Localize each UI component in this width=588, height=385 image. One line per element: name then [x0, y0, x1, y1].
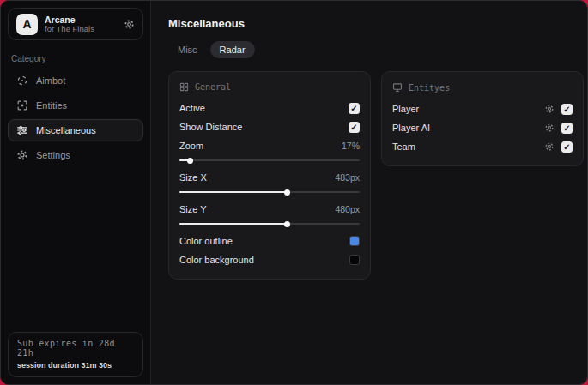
setting-row-show-distance: Show Distance ✓ [179, 117, 360, 136]
setting-row-zoom: Zoom 17% [179, 136, 360, 155]
tab-misc[interactable]: Misc [168, 41, 207, 58]
setting-row-active: Active ✓ [179, 99, 360, 117]
page-title: Miscellaneous [168, 17, 584, 30]
player-ai-checkbox[interactable]: ✓ [561, 123, 573, 134]
size-x-slider-thumb[interactable] [179, 191, 288, 193]
panels: General Active ✓ Show Distance ✓ Zoom 17… [168, 71, 584, 280]
brand-subtitle: for The Finals [45, 25, 94, 34]
zoom-slider[interactable] [179, 157, 360, 164]
gear-icon[interactable] [544, 141, 555, 152]
size-y-slider[interactable] [179, 220, 360, 227]
subscription-card: Sub expires in 28d 21h session duration … [8, 332, 143, 377]
app-window: A Arcane for The Finals Category Aimbot [0, 0, 588, 385]
crosshair-icon [16, 75, 28, 87]
size-x-slider[interactable] [179, 189, 360, 196]
entities-icon [16, 99, 28, 111]
gear-icon[interactable] [544, 123, 555, 133]
general-panel: General Active ✓ Show Distance ✓ Zoom 17… [168, 71, 371, 280]
brand-title: Arcane [45, 15, 94, 25]
sidebar-nav: Aimbot Entities Miscellaneous Settings [8, 69, 143, 166]
entity-row-player: Player ✓ [392, 99, 573, 118]
size-y-slider-thumb[interactable] [179, 223, 288, 225]
monitor-icon [392, 82, 403, 93]
setting-row-color-background: Color background [179, 250, 360, 269]
sidebar-item-label: Aimbot [36, 75, 65, 86]
category-label: Category [11, 54, 140, 63]
sidebar-item-entities[interactable]: Entities [8, 94, 143, 117]
size-y-value: 480px [335, 204, 360, 214]
sidebar-item-settings[interactable]: Settings [8, 144, 143, 166]
sidebar-item-miscellaneous[interactable]: Miscellaneous [8, 119, 143, 141]
sidebar: A Arcane for The Finals Category Aimbot [1, 1, 151, 384]
show-distance-checkbox[interactable]: ✓ [349, 122, 360, 133]
setting-row-size-y: Size Y 480px [179, 200, 360, 219]
zoom-slider-thumb[interactable] [179, 159, 191, 161]
sidebar-footer: Sub expires in 28d 21h session duration … [8, 332, 143, 377]
tab-bar: Misc Radar [168, 41, 584, 58]
gear-icon[interactable] [544, 104, 555, 114]
entity-row-player-ai: Player AI ✓ [392, 118, 573, 137]
sidebar-item-label: Entities [36, 100, 67, 111]
active-checkbox[interactable]: ✓ [349, 103, 360, 114]
session-duration-text: session duration 31m 30s [17, 361, 134, 370]
gear-icon[interactable] [124, 19, 135, 30]
setting-row-color-outline: Color outline [179, 232, 360, 250]
tab-radar[interactable]: Radar [210, 41, 255, 58]
color-background-swatch[interactable] [349, 255, 360, 265]
sliders-icon [16, 124, 28, 136]
sub-expires-text: Sub expires in 28d 21h [17, 339, 134, 358]
main-content: Miscellaneous Misc Radar General Active … [151, 1, 588, 384]
zoom-value: 17% [342, 141, 360, 151]
color-outline-swatch[interactable] [349, 236, 360, 246]
gear-icon [16, 149, 28, 161]
size-x-value: 483px [335, 172, 360, 183]
team-checkbox[interactable]: ✓ [561, 141, 573, 153]
general-panel-title: General [195, 82, 231, 92]
sidebar-item-label: Settings [36, 150, 70, 160]
grid-icon [179, 82, 189, 92]
avatar: A [16, 14, 38, 35]
setting-row-size-x: Size X 483px [179, 168, 360, 187]
sidebar-item-label: Miscellaneous [36, 125, 96, 135]
entities-panel: Entityes Player ✓ Player AI [381, 71, 584, 166]
brand-card: A Arcane for The Finals [8, 8, 143, 40]
entity-row-team: Team ✓ [392, 137, 573, 156]
sidebar-item-aimbot[interactable]: Aimbot [8, 69, 143, 92]
entities-panel-title: Entityes [409, 83, 450, 93]
player-checkbox[interactable]: ✓ [561, 104, 573, 115]
